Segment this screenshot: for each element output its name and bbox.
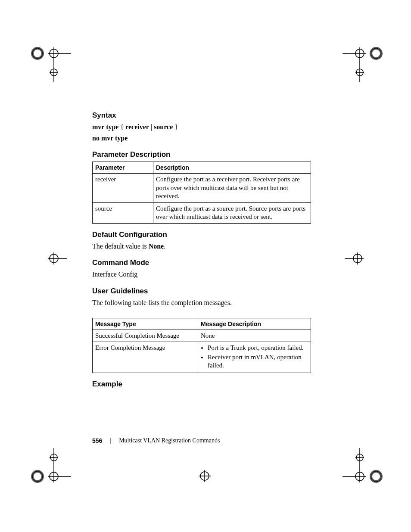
crop-mark-mid-left	[39, 246, 69, 271]
table-header-row: Parameter Description	[93, 162, 311, 174]
heading-default-configuration: Default Configuration	[92, 230, 311, 239]
page-footer: 556 | Multicast VLAN Registration Comman…	[92, 437, 220, 444]
list-item: Receiver port in mVLAN, operation failed…	[208, 353, 308, 370]
parameter-table: Parameter Description receiver Configure…	[92, 162, 311, 224]
crop-mark-bottom-right	[336, 448, 383, 491]
svg-point-1	[32, 48, 43, 59]
cell-desc: Configure the port as a receiver port. R…	[153, 174, 311, 203]
th-message-description: Message Description	[198, 318, 311, 330]
heading-syntax: Syntax	[92, 111, 311, 120]
message-table: Message Type Message Description Success…	[92, 318, 311, 373]
cell-msgtype: Successful Completion Message	[93, 330, 198, 342]
svg-point-31	[371, 471, 381, 482]
table-row: Error Completion Message Port is a Trunk…	[93, 342, 311, 373]
table-row: source Configure the port as a source po…	[93, 202, 311, 223]
th-message-type: Message Type	[93, 318, 198, 330]
table-row: receiver Configure the port as a receive…	[93, 174, 311, 203]
table-row: Successful Completion Message None	[93, 330, 311, 342]
heading-user-guidelines: User Guidelines	[92, 287, 311, 296]
crop-mark-top-left	[30, 39, 73, 82]
page-number: 556	[92, 437, 102, 444]
default-config-text: The default value is None.	[92, 242, 311, 251]
cell-desc: Configure the port as a source port. Sou…	[153, 202, 311, 223]
syntax-line-1: mvr type { receiver | source }	[92, 122, 311, 132]
svg-point-23	[32, 471, 43, 482]
user-guidelines-text: The following table lists the completion…	[92, 298, 311, 308]
page-content: Syntax mvr type { receiver | source } no…	[92, 111, 311, 391]
crop-mark-bottom-left	[30, 448, 73, 491]
cell-msgdesc: None	[198, 330, 311, 342]
table-header-row: Message Type Message Description	[93, 318, 311, 330]
heading-parameter-description: Parameter Description	[92, 150, 311, 159]
svg-point-9	[371, 48, 381, 59]
list-item: Port is a Trunk port, operation failed.	[208, 344, 308, 352]
th-description: Description	[153, 162, 311, 174]
cell-msgdesc: Port is a Trunk port, operation failed. …	[198, 342, 311, 373]
cell-param: source	[93, 202, 153, 223]
crop-mark-top-right	[336, 39, 383, 82]
syntax-line-2: no mvr type	[92, 134, 311, 143]
heading-example: Example	[92, 380, 311, 389]
cell-param: receiver	[93, 174, 153, 203]
heading-command-mode: Command Mode	[92, 258, 311, 267]
syntax-cmd: mvr type	[92, 123, 118, 131]
crop-mark-mid-right	[342, 246, 373, 271]
command-mode-text: Interface Config	[92, 270, 311, 279]
th-parameter: Parameter	[93, 162, 153, 174]
cell-msgtype: Error Completion Message	[93, 342, 198, 373]
footer-section-title: Multicast VLAN Registration Commands	[119, 437, 220, 444]
footer-divider: |	[110, 437, 111, 444]
crop-mark-bottom-center	[190, 465, 220, 487]
